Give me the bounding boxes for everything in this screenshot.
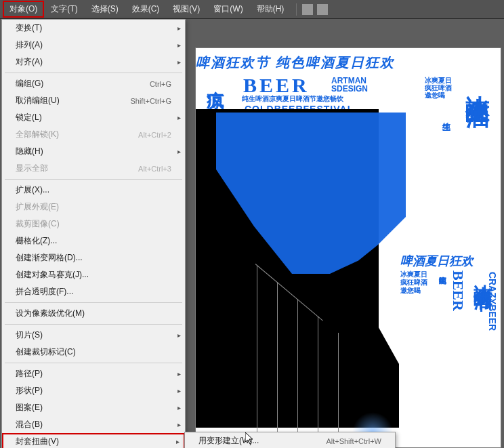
menu-item-label: 混合(B) — [16, 419, 43, 430]
menu-item-label: 设为像素级优化(M) — [16, 308, 85, 319]
menu-item-label: 隐藏(H) — [16, 146, 43, 157]
menu-item[interactable]: 形状(P) — [2, 382, 185, 399]
menu-item[interactable]: 图案(E) — [2, 399, 185, 416]
menu-item[interactable]: 设为像素级优化(M) — [2, 305, 185, 322]
menu-shortcut: Ctrl+G — [150, 80, 171, 88]
guide — [297, 299, 298, 441]
menu-item[interactable]: 路径(P) — [2, 365, 185, 382]
menu-item-label: 排列(A) — [16, 39, 43, 51]
art2-title: 啤酒夏日狂欢 — [400, 253, 474, 269]
art-side-small: 冰爽夏日 疯狂啤酒 邀您喝 — [425, 77, 452, 99]
menu-item: 显示全部Alt+Ctrl+3 — [2, 160, 185, 177]
art2-beer: BEER — [449, 270, 467, 311]
menu-item[interactable]: 混合(B) — [2, 416, 185, 433]
menu-item[interactable]: 创建裁切标记(C) — [2, 344, 185, 361]
toolbar-icon[interactable] — [302, 4, 313, 15]
menu-item-label: 变换(T) — [16, 22, 42, 34]
menubar-view[interactable]: 视图(V) — [166, 1, 207, 18]
menu-item-label: 图案(E) — [16, 402, 43, 413]
art2-crazy: CRAZYBEER — [487, 272, 498, 331]
menu-item-label: 形状(P) — [16, 385, 43, 396]
menu-item[interactable]: 封套扭曲(V) — [2, 433, 185, 448]
menu-item-label: 裁剪图像(C) — [16, 218, 60, 230]
object-menu-dropdown: 变换(T)排列(A)对齐(A)编组(G)Ctrl+G取消编组(U)Shift+C… — [1, 19, 186, 448]
menu-item[interactable]: 拼合透明度(F)... — [2, 283, 185, 300]
menu-separator — [5, 302, 182, 303]
menu-item[interactable]: 扩展(X)... — [2, 182, 185, 199]
guide — [257, 265, 257, 441]
art-script: 纯生啤酒凉爽夏日啤酒节邀您畅饮 — [242, 94, 343, 104]
menu-item-label: 拼合透明度(F)... — [16, 286, 73, 298]
menu-item[interactable]: 取消编组(U)Shift+Ctrl+G — [2, 92, 185, 109]
menu-item[interactable]: 创建对象马赛克(J)... — [2, 266, 185, 283]
menu-separator — [5, 73, 182, 73]
menu-item-label: 切片(S) — [16, 329, 43, 341]
guide — [277, 282, 278, 441]
menu-shortcut: Shift+Ctrl+G — [130, 97, 171, 105]
menu-item-label: 扩展外观(E) — [16, 201, 59, 213]
menubar-separator — [296, 3, 297, 16]
menu-item-label: 创建对象马赛克(J)... — [16, 269, 89, 281]
menu-item[interactable]: 排列(A) — [2, 37, 185, 54]
menu-item[interactable]: 创建渐变网格(D)... — [2, 249, 185, 266]
submenu-shortcut: Alt+Shift+Ctrl+W — [326, 437, 381, 445]
envelope-submenu: 用变形建立(W)...Alt+Shift+Ctrl+W用网格建立(M)...Al… — [184, 432, 396, 448]
menu-item: 全部解锁(K)Alt+Ctrl+2 — [2, 126, 185, 143]
menu-item-label: 编组(G) — [16, 78, 43, 89]
menu-item-label: 扩展(X)... — [16, 184, 49, 196]
menubar-select[interactable]: 选择(S) — [85, 1, 125, 18]
menu-item-label: 锁定(L) — [16, 112, 42, 123]
menubar-type[interactable]: 文字(T) — [44, 1, 84, 18]
art-ice: 冰爽啤酒 — [461, 75, 494, 86]
art-beer: BEER — [243, 74, 310, 97]
menu-separator — [5, 363, 182, 363]
menu-separator — [5, 179, 182, 180]
menubar-effect[interactable]: 效果(C) — [125, 1, 167, 18]
menu-item-label: 创建裁切标记(C) — [16, 346, 76, 358]
menu-separator — [5, 324, 182, 325]
cursor-icon — [245, 432, 256, 446]
menu-item-label: 全部解锁(K) — [16, 129, 59, 140]
art2-small: 冰爽夏日 疯狂啤酒 邀您喝 — [400, 270, 427, 295]
menu-item: 裁剪图像(C) — [2, 216, 185, 232]
menubar-object[interactable]: 对象(O) — [3, 1, 44, 18]
art-copy: 啤酒夏日狂欢 冰爽夏日 疯狂啤酒 邀您喝 冰爽啤酒节 BEER 纯生啤酒 CRA… — [400, 253, 495, 448]
menubar-window[interactable]: 窗口(W) — [207, 1, 249, 18]
menu-item[interactable]: 隐藏(H) — [2, 143, 185, 160]
menu-item[interactable]: 栅格化(Z)... — [2, 232, 185, 249]
submenu-item[interactable]: 用变形建立(W)...Alt+Shift+Ctrl+W — [185, 432, 395, 448]
menu-item-label: 创建渐变网格(D)... — [16, 252, 83, 264]
art-brand: ARTMAN SDESIGN — [331, 77, 368, 93]
menu-item-label: 取消编组(U) — [16, 95, 60, 106]
menu-item[interactable]: 切片(S) — [2, 327, 185, 344]
menu-shortcut: Alt+Ctrl+3 — [138, 165, 171, 173]
menu-item[interactable]: 变换(T) — [2, 20, 185, 37]
guide — [338, 333, 339, 441]
guide — [318, 316, 318, 441]
menu-item-label: 路径(P) — [16, 368, 43, 380]
menu-item[interactable]: 编组(G)Ctrl+G — [2, 75, 185, 92]
menu-item-label: 栅格化(Z)... — [16, 235, 57, 247]
menu-item-label: 显示全部 — [16, 163, 48, 174]
menubar: 对象(O) 文字(T) 选择(S) 效果(C) 视图(V) 窗口(W) 帮助(H… — [0, 0, 504, 19]
menu-item-label: 对齐(A) — [16, 56, 43, 68]
menubar-help[interactable]: 帮助(H) — [250, 1, 291, 18]
menu-item: 扩展外观(E) — [2, 199, 185, 216]
artboard[interactable]: 啤酒狂欢节 纯色啤酒夏日狂欢 疯凉 BEER ARTMAN SDESIGN 纯生… — [195, 47, 501, 448]
toolbar-icon[interactable] — [317, 4, 328, 15]
menu-item-label: 封套扭曲(V) — [16, 436, 59, 447]
art-title: 啤酒狂欢节 纯色啤酒夏日狂欢 — [196, 54, 395, 72]
menu-item[interactable]: 对齐(A) — [2, 54, 185, 70]
menu-shortcut: Alt+Ctrl+2 — [138, 131, 171, 139]
menu-item[interactable]: 锁定(L) — [2, 109, 185, 126]
